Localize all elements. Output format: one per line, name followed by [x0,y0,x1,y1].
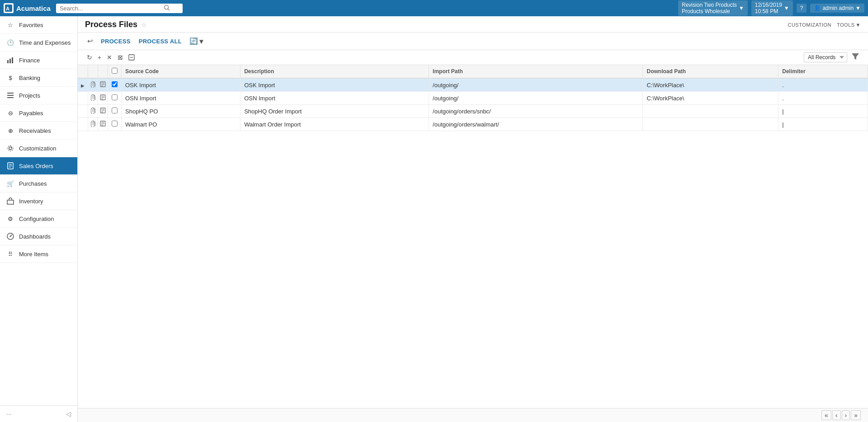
row-checkbox[interactable] [112,94,118,100]
tools-button[interactable]: TOOLS ▼ [837,22,861,28]
select-all-checkbox[interactable] [112,68,118,74]
cell-import-path: /outgoing/ [429,78,643,92]
cell-description: OSK Import [241,78,429,92]
next-page-button[interactable]: › [842,410,850,420]
sidebar-label-dashboards: Dashboards [19,233,51,240]
cell-import-path: /outgoing/orders/walmart/ [429,118,643,131]
action-toolbar: ↩ PROCESS PROCESS ALL 🔄 ▼ [78,33,868,50]
table-toolbar: ↻ + ✕ ⊠ All Records Active Inactive [78,50,868,65]
branch-chevron-icon: ▼ [739,5,744,11]
row-checkbox[interactable] [112,121,118,127]
row-checkbox-cell[interactable] [108,105,122,118]
sidebar-label-inventory: Inventory [19,198,43,205]
search-input[interactable] [60,5,164,12]
sidebar-item-configuration[interactable]: ⚙ Configuration [0,210,77,228]
sidebar-item-customization[interactable]: Customization [0,140,77,157]
row-attach-cell [88,118,98,131]
last-page-button[interactable]: » [851,410,861,420]
process-all-button[interactable]: PROCESS ALL [136,36,184,47]
dashboards-icon [6,232,14,240]
app-logo[interactable]: A Acumatica [4,3,51,13]
add-row-button[interactable]: + [96,52,103,62]
sidebar-dots-icon[interactable]: ··· [6,410,12,417]
row-checkbox[interactable] [112,108,118,113]
banking-icon: $ [6,74,14,82]
all-records-select[interactable]: All Records Active Inactive [804,52,847,62]
datetime-selector[interactable]: 12/16/2019 10:58 PM ▼ [751,0,793,16]
notes-icon [100,108,106,113]
projects-icon [6,91,14,99]
col-delimiter: Delimiter [778,65,868,78]
process-button[interactable]: PROCESS [98,36,133,47]
date-display: 12/16/2019 [755,2,782,8]
col-checkbox-header[interactable] [108,65,122,78]
sidebar-label-favorites: Favorites [19,22,43,28]
cell-delimiter: | [778,105,868,118]
main-layout: ☆ Favorites 🕐 Time and Expenses Finance … [0,16,868,422]
star-icon: ☆ [6,21,14,29]
prev-page-button[interactable]: ‹ [832,410,841,420]
row-expand-cell[interactable] [78,92,88,105]
table-toolbar-right: All Records Active Inactive [804,52,861,63]
page-header-right: CUSTOMIZATION TOOLS ▼ [788,22,861,28]
refresh-button[interactable]: ↻ [85,52,94,62]
cell-source-code: OSN Import [122,92,241,105]
time-display: 10:58 PM [755,8,782,14]
sidebar-item-projects[interactable]: Projects [0,87,77,104]
sidebar-item-purchases[interactable]: 🛒 Purchases [0,175,77,192]
sidebar-item-favorites[interactable]: ☆ Favorites [0,16,77,34]
sidebar-item-banking[interactable]: $ Banking [0,69,77,87]
cell-delimiter: | [778,118,868,131]
sidebar-item-time-expenses[interactable]: 🕐 Time and Expenses [0,34,77,52]
col-attach [88,65,98,78]
help-button[interactable]: ? [797,4,807,13]
row-checkbox-cell[interactable] [108,118,122,131]
logo-icon: A [4,3,14,13]
sidebar-item-sales-orders[interactable]: Sales Orders [0,157,77,175]
table-area: Source Code Description Import Path Down… [78,65,868,408]
branch-selector[interactable]: Revision Two Products Products Wholesale… [678,0,748,16]
row-expand-cell[interactable] [78,105,88,118]
sidebar-item-more-items[interactable]: ⠿ More Items [0,245,77,263]
undo-button[interactable]: ↩ [85,35,95,47]
sidebar-label-banking: Banking [19,75,40,81]
cell-delimiter: . [778,78,868,92]
sales-orders-icon [6,162,14,170]
more-items-icon: ⠿ [6,250,14,258]
notes-icon [100,94,106,100]
search-button[interactable] [164,5,170,12]
expand-button[interactable] [127,53,137,62]
row-expand-cell[interactable] [78,118,88,131]
sidebar-item-dashboards[interactable]: Dashboards [0,228,77,245]
bottom-bar: « ‹ › » [78,408,868,422]
sidebar-item-receivables[interactable]: ⊕ Receivables [0,122,77,140]
row-notes-cell [98,78,108,92]
svg-line-3 [168,9,170,10]
table-header: Source Code Description Import Path Down… [78,65,868,78]
first-page-button[interactable]: « [821,410,831,420]
row-checkbox[interactable] [112,81,118,87]
svg-point-17 [10,236,11,237]
sidebar-item-payables[interactable]: ⊖ Payables [0,104,77,122]
branch-info: Revision Two Products Products Wholesale [682,2,737,14]
sidebar-item-finance[interactable]: Finance [0,52,77,69]
row-checkbox-cell[interactable] [108,92,122,105]
cell-download-path [643,118,778,131]
sidebar-label-sales-orders: Sales Orders [19,163,53,169]
schedule-button[interactable]: 🔄 ▼ [187,35,207,47]
row-checkbox-cell[interactable] [108,78,122,92]
sidebar-item-inventory[interactable]: Inventory [0,192,77,210]
sidebar-label-customization: Customization [19,145,56,152]
fit-columns-button[interactable]: ⊠ [116,52,125,62]
cell-import-path: /outgoing/orders/snbc/ [429,105,643,118]
col-download-path: Download Path [643,65,778,78]
top-nav-right: Revision Two Products Products Wholesale… [678,0,864,16]
customization-link[interactable]: CUSTOMIZATION [788,22,831,28]
favorite-star-icon[interactable]: ☆ [141,21,147,28]
delete-row-button[interactable]: ✕ [105,52,114,62]
row-expand-button[interactable]: ▶ [80,83,86,89]
row-expand-cell[interactable]: ▶ [78,78,88,92]
user-button[interactable]: 👤 admin admin ▼ [810,4,864,13]
sidebar-collapse-button[interactable]: ◁ [66,410,71,417]
filter-button[interactable] [850,52,861,63]
